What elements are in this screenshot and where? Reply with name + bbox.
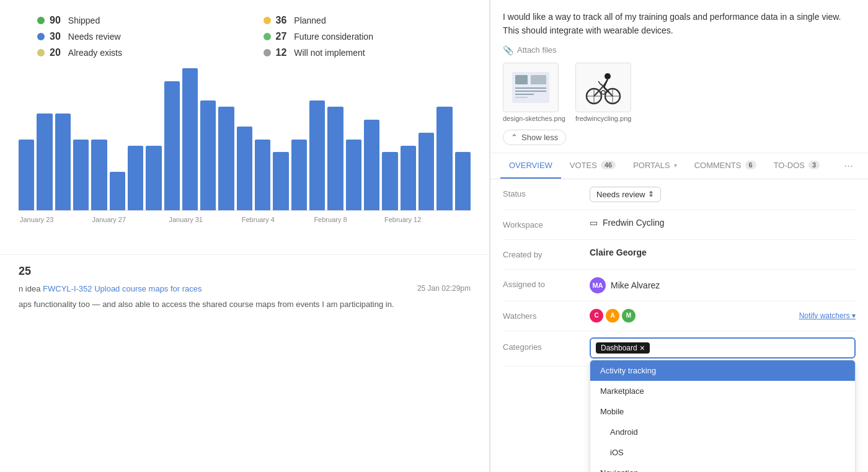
- bar-16: [309, 100, 325, 210]
- bar-0: [19, 140, 34, 211]
- bar-9: [182, 68, 198, 210]
- attachment-design-sketches[interactable]: design-sketches.png: [503, 63, 565, 122]
- description-area: I would like a way to track all of my tr…: [490, 0, 868, 153]
- watchers-row: Watchers C A M Notify watchers ▾: [503, 301, 856, 331]
- svg-line-18: [598, 81, 600, 84]
- dropdown-item-android[interactable]: Android: [590, 422, 855, 442]
- bar-13: [255, 140, 270, 211]
- dropdown-item-activity[interactable]: Activity tracking: [590, 360, 855, 381]
- svg-rect-1: [515, 75, 528, 84]
- bar-23: [436, 107, 452, 210]
- categories-dropdown: Activity tracking Marketplace Mobile And…: [590, 360, 856, 472]
- categories-label: Categories: [503, 337, 590, 352]
- chevron-up-icon: ⌃: [511, 133, 518, 142]
- tab-comments[interactable]: COMMENTS 6: [686, 153, 765, 179]
- svg-rect-5: [515, 94, 534, 95]
- bar-8: [164, 81, 180, 210]
- categories-container: Dashboard × Activity tracking Marketplac…: [590, 337, 856, 358]
- bottom-section: 25 n idea FWCYL-I-352 Upload course maps…: [0, 254, 489, 311]
- idea-time: 25 Jan 02:29pm: [417, 284, 471, 293]
- legend-item-planned: 36 Planned: [264, 15, 465, 26]
- x-label-jan31: January 31: [169, 216, 203, 223]
- planned-dot: [264, 17, 271, 24]
- dropdown-item-marketplace[interactable]: Marketplace: [590, 381, 855, 401]
- planned-label: Planned: [294, 16, 326, 25]
- wont-implement-count: 12: [276, 47, 287, 58]
- watchers-value: C A M Notify watchers ▾: [590, 309, 856, 323]
- planned-count: 36: [276, 15, 287, 26]
- workspace-value: ▭ Fredwin Cycling: [590, 218, 856, 228]
- bar-21: [401, 146, 416, 210]
- svg-rect-4: [515, 91, 546, 92]
- future-label: Future consideration: [294, 32, 373, 42]
- legend-item-wont-implement: 12 Will not implement: [264, 47, 465, 58]
- idea-description: aps functionality too — and also able to…: [19, 298, 471, 311]
- assigned-row: Assigned to MA Mike Alvarez: [503, 270, 856, 301]
- dropdown-item-navigation[interactable]: Navigation: [590, 463, 855, 472]
- watcher1-avatar: C: [590, 309, 603, 323]
- paperclip-icon: 📎: [503, 45, 513, 55]
- categories-row: Categories Dashboard × Activity tracking…: [503, 331, 856, 367]
- legend-item-shipped: 90 Shipped: [37, 15, 239, 26]
- svg-rect-2: [531, 75, 546, 84]
- status-value: Needs review ⇕: [590, 187, 856, 202]
- tab-portals[interactable]: PORTALS ▾: [624, 153, 685, 179]
- created-by-label: Created by: [503, 247, 590, 259]
- bar-17: [327, 107, 343, 210]
- x-label-feb4: February 4: [242, 216, 275, 223]
- bar-20: [382, 152, 397, 210]
- bar-11: [218, 107, 234, 210]
- workspace-label: Workspace: [503, 218, 590, 229]
- already-exists-label: Already exists: [68, 48, 122, 58]
- already-exists-dot: [37, 49, 45, 56]
- legend: 90 Shipped 36 Planned 30 Needs review 27…: [0, 0, 489, 68]
- already-exists-count: 20: [50, 47, 61, 58]
- shipped-dot: [37, 17, 45, 24]
- status-dropdown-btn[interactable]: Needs review ⇕: [590, 187, 661, 202]
- legend-item-needs-review: 30 Needs review: [37, 31, 239, 42]
- attach-files-btn[interactable]: 📎 Attach files: [503, 45, 856, 55]
- idea-id-link[interactable]: FWCYL-I-352 Upload course maps for races: [43, 284, 202, 293]
- attachment-fredwin-cycling[interactable]: fredwincycling.png: [575, 63, 632, 122]
- x-label-jan27: January 27: [92, 216, 126, 223]
- tab-more-button[interactable]: ···: [839, 154, 858, 177]
- page-number: 25: [19, 265, 471, 278]
- bar-5: [110, 172, 125, 210]
- watcher3-avatar: M: [622, 309, 636, 323]
- bar-3: [73, 140, 89, 211]
- x-label-jan23: January 23: [20, 216, 53, 223]
- fredwin-cycling-thumb: [575, 63, 631, 112]
- category-tag-close[interactable]: ×: [640, 344, 645, 352]
- notify-watchers-link[interactable]: Notify watchers ▾: [799, 311, 856, 320]
- tab-overview[interactable]: OVERVIEW: [500, 153, 561, 179]
- legend-item-future: 27 Future consideration: [264, 31, 465, 42]
- svg-rect-6: [515, 97, 528, 98]
- idea-prefix: n idea: [19, 284, 40, 293]
- wont-implement-dot: [264, 49, 271, 56]
- tab-votes[interactable]: VOTES 46: [561, 153, 624, 179]
- show-less-button[interactable]: ⌃ Show less: [503, 130, 566, 145]
- assigned-label: Assigned to: [503, 277, 590, 289]
- bar-2: [55, 114, 71, 210]
- attachments: design-sketches.png: [503, 63, 856, 122]
- comments-badge: 6: [745, 161, 756, 169]
- category-input[interactable]: Dashboard ×: [590, 337, 856, 358]
- svg-line-17: [600, 84, 603, 86]
- tab-todos[interactable]: TO-DOS 3: [765, 153, 828, 179]
- assigned-avatar: MA: [590, 277, 606, 293]
- bar-1: [37, 114, 52, 210]
- dropdown-item-ios[interactable]: iOS: [590, 442, 855, 463]
- chart-area: January 23 January 27 January 31 Februar…: [0, 68, 489, 254]
- assigned-value: MA Mike Alvarez: [590, 277, 856, 293]
- svg-point-7: [604, 73, 611, 79]
- watchers-label: Watchers: [503, 309, 590, 321]
- bar-6: [128, 146, 143, 210]
- left-panel: 90 Shipped 36 Planned 30 Needs review 27…: [0, 0, 490, 472]
- dropdown-item-mobile[interactable]: Mobile: [590, 401, 855, 422]
- workspace-row: Workspace ▭ Fredwin Cycling: [503, 210, 856, 240]
- svg-rect-3: [515, 87, 546, 89]
- bar-7: [146, 146, 161, 210]
- fredwin-cycling-name: fredwincycling.png: [575, 115, 632, 122]
- status-row: Status Needs review ⇕: [503, 179, 856, 210]
- idea-link-row: n idea FWCYL-I-352 Upload course maps fo…: [19, 284, 471, 293]
